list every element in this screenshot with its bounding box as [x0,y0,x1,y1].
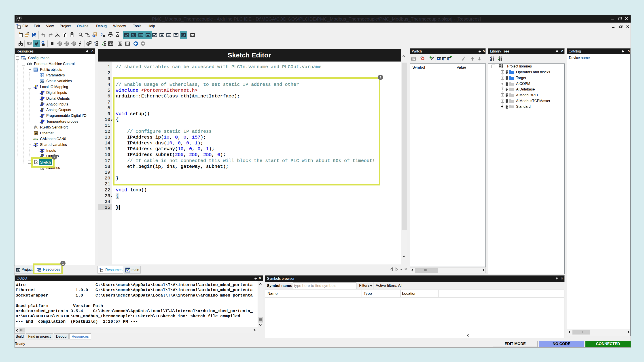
svg-text:PLC: PLC [18,20,21,21]
